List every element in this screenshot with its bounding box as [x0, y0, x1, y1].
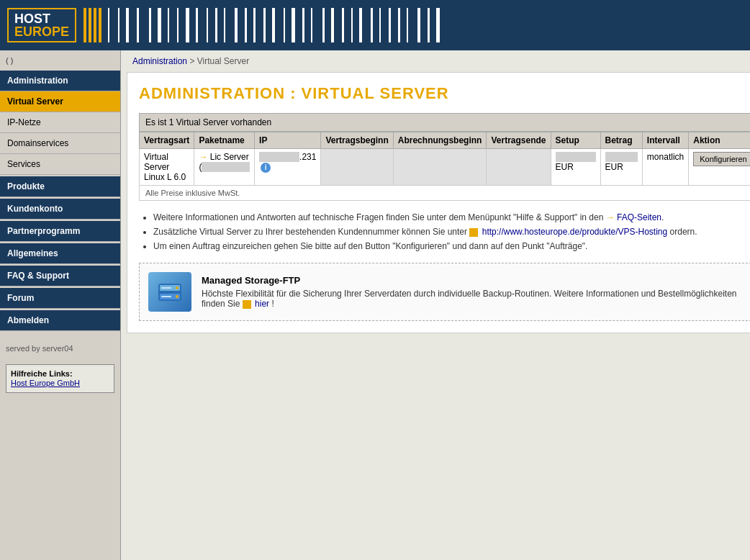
sidebar-item-kundenkonto[interactable]: Kundenkonto	[0, 199, 120, 220]
svg-rect-6	[161, 296, 171, 297]
breadcrumb-virtual-server: Virtual Server	[197, 56, 249, 66]
table-row: Virtual Server Linux L 6.0 → Lic Server …	[140, 149, 751, 186]
header: HOST EUROPE	[0, 0, 750, 50]
server-table: Vertragsart Paketname IP Vertragsbeginn …	[139, 132, 750, 186]
content-area: ADMINISTRATION : VIRTUAL SERVER Es ist 1…	[127, 72, 750, 333]
mwst-note: Alle Preise inklusive MwSt.	[139, 186, 750, 201]
layout: ( ) Administration Virtual Server IP-Net…	[0, 50, 750, 560]
sidebar-item-domainservices[interactable]: Domainservices	[0, 133, 120, 154]
info-bar: Es ist 1 Virtual Server vorhanden	[139, 113, 750, 132]
storage-hier-link[interactable]: hier	[255, 299, 269, 309]
cell-setup: EUR	[551, 149, 600, 186]
logo-europe: EUROPE	[14, 25, 69, 38]
sidebar-top: ( )	[0, 50, 120, 71]
breadcrumb-administration[interactable]: Administration	[132, 56, 187, 66]
configure-button[interactable]: Konfigurieren	[693, 152, 750, 166]
hilfreiche-link[interactable]: Host Europe GmbH	[11, 379, 80, 387]
sidebar-item-virtual-server[interactable]: Virtual Server	[0, 91, 120, 112]
col-ip: IP	[255, 132, 321, 149]
col-aktion: Aktion	[689, 132, 750, 149]
hilfreiche-links-box: Hilfreiche Links: Host Europe GmbH	[6, 364, 114, 393]
col-paketname: Paketname	[194, 132, 255, 149]
storage-info: Managed Storage-FTP Höchste Flexibilität…	[202, 275, 749, 309]
info-bullets: Weitere Informationen und Antworten auf …	[139, 212, 750, 251]
paketname-redacted	[202, 162, 250, 172]
vps-hosting-link[interactable]: http://www.hosteurope.de/produkte/VPS-Ho…	[482, 227, 667, 237]
svg-rect-5	[161, 287, 171, 289]
cell-paketname: → Lic Server (	[194, 149, 255, 186]
bullet-arrow: →	[606, 212, 615, 222]
cell-vertragsende	[487, 149, 551, 186]
sidebar-item-faq-support[interactable]: FAQ & Support	[0, 266, 120, 286]
sidebar-item-abmelden[interactable]: Abmelden	[0, 310, 120, 331]
storage-ext-icon	[243, 300, 251, 309]
cell-vertragsbeginn	[321, 149, 393, 186]
hilfreiche-title: Hilfreiche Links:	[11, 369, 109, 378]
col-vertragsbeginn: Vertragsbeginn	[321, 132, 393, 149]
col-betrag: Betrag	[600, 132, 642, 149]
storage-desc: Höchste Flexibilität für die Sicherung I…	[202, 289, 749, 309]
logo-host: HOST	[14, 12, 69, 25]
storage-icon	[148, 272, 191, 312]
cell-vertragsart: Virtual Server Linux L 6.0	[140, 149, 194, 186]
sidebar-item-ip-netze[interactable]: IP-Netze	[0, 112, 120, 133]
storage-svg	[155, 278, 184, 307]
sidebar-item-produkte[interactable]: Produkte	[0, 176, 120, 197]
svg-point-4	[176, 295, 179, 298]
sidebar-item-administration[interactable]: Administration	[0, 71, 120, 91]
ext-link-icon	[469, 228, 478, 237]
col-intervall: Intervall	[642, 132, 688, 149]
paketname-arrow: →	[199, 152, 207, 162]
header-barcodes	[83, 4, 743, 47]
betrag-redacted	[605, 152, 638, 162]
ip-redacted	[259, 152, 299, 162]
setup-redacted	[556, 152, 596, 162]
breadcrumb: Administration > Virtual Server	[121, 50, 750, 72]
main-content: Administration > Virtual Server ADMINIST…	[121, 50, 750, 560]
cell-aktion: Konfigurieren	[689, 149, 750, 186]
col-vertragsart: Vertragsart	[140, 132, 194, 149]
sidebar-item-services[interactable]: Services	[0, 154, 120, 175]
col-abrechnungsbeginn: Abrechnungsbeginn	[393, 132, 487, 149]
cell-ip: .231 i	[255, 149, 321, 186]
col-vertragsende: Vertragsende	[487, 132, 551, 149]
storage-title: Managed Storage-FTP	[202, 275, 749, 286]
faq-link[interactable]: FAQ-Seiten	[617, 212, 661, 222]
logo: HOST EUROPE	[7, 8, 76, 42]
storage-box: Managed Storage-FTP Höchste Flexibilität…	[139, 263, 750, 321]
info-icon[interactable]: i	[261, 163, 271, 173]
bullet-1: Weitere Informationen und Antworten auf …	[153, 212, 750, 222]
breadcrumb-separator: >	[189, 56, 196, 66]
sidebar: ( ) Administration Virtual Server IP-Net…	[0, 50, 121, 560]
sidebar-footer: served by server04	[0, 338, 120, 358]
col-setup: Setup	[551, 132, 600, 149]
bullet-2: Zusätzliche Virtual Server zu Ihrer best…	[153, 227, 750, 237]
sidebar-item-forum[interactable]: Forum	[0, 288, 120, 309]
cell-intervall: monatlich	[642, 149, 688, 186]
sidebar-item-allgemeines[interactable]: Allgemeines	[0, 243, 120, 264]
sidebar-item-partnerprogramm[interactable]: Partnerprogramm	[0, 221, 120, 242]
bullet-3: Um einen Auftrag einzureichen gehen Sie …	[153, 241, 750, 251]
sidebar-top-text: ( )	[6, 56, 13, 65]
cell-abrechnungsbeginn	[393, 149, 487, 186]
svg-point-3	[176, 286, 179, 289]
cell-betrag: EUR	[600, 149, 642, 186]
info-bar-text: Es ist 1 Virtual Server vorhanden	[145, 117, 271, 127]
page-title: ADMINISTRATION : VIRTUAL SERVER	[139, 84, 750, 103]
